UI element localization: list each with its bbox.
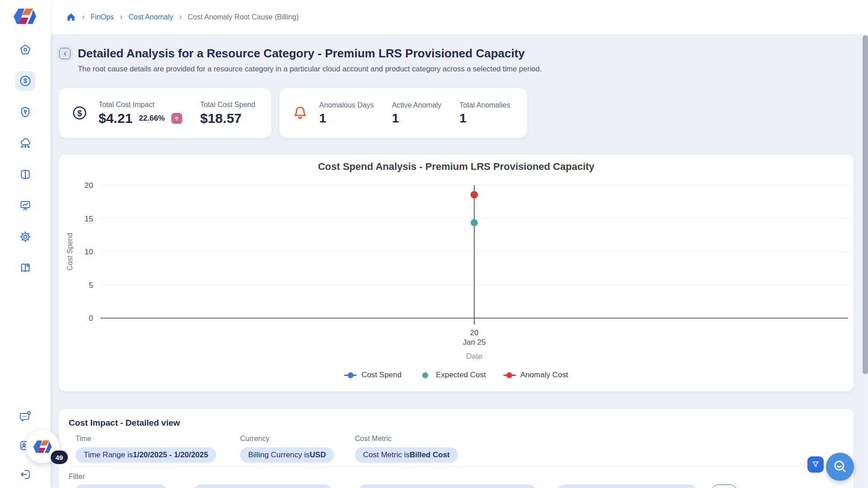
- chevron-left-icon: [59, 48, 71, 59]
- cost-metric-chip[interactable]: Cost Metric is Billed Cost: [355, 447, 458, 463]
- gear-icon: [19, 230, 32, 243]
- breadcrumb-current: Cost Anomaly Root Cause (Billing): [188, 13, 298, 21]
- svg-text:20: 20: [85, 181, 93, 190]
- legend-label: Expected Cost: [436, 371, 486, 380]
- topbar: › FinOps › Cost Anomaly › Cost Anomaly R…: [51, 0, 868, 34]
- anomaly-stat-card: Anomalous Days 1 Active Anomaly 1 Total …: [279, 88, 527, 138]
- chart-legend: Cost SpendExpected CostAnomaly Cost: [59, 371, 854, 380]
- breadcrumb-separator: ›: [120, 12, 123, 22]
- svg-text:$: $: [77, 108, 82, 118]
- app-logo-icon: [33, 439, 52, 454]
- legend-marker-icon: [419, 372, 431, 378]
- sidebar-item-security[interactable]: [15, 102, 35, 122]
- impact-value: $4.21: [99, 112, 132, 125]
- stat-label: Total Cost Impact: [99, 101, 182, 109]
- currency-chip[interactable]: Billing Currency is USD: [240, 447, 334, 463]
- legend-label: Anomaly Cost: [520, 371, 568, 380]
- svg-text:10: 10: [85, 248, 93, 256]
- legend-marker-icon: [503, 372, 516, 378]
- search-assistant-button[interactable]: [826, 453, 854, 481]
- legend-item-cost-spend[interactable]: Cost Spend: [344, 371, 401, 380]
- legend-label: Cost Spend: [361, 371, 401, 380]
- stat-label: Total Anomalies: [459, 101, 510, 109]
- svg-text:Date: Date: [466, 352, 482, 361]
- filter-chip[interactable]: [193, 484, 332, 488]
- stat-label: Anomalous Days: [319, 101, 374, 109]
- search-icon: [832, 459, 848, 474]
- sidebar-item-settings[interactable]: [15, 227, 35, 247]
- breadcrumb-separator: ›: [82, 12, 85, 22]
- back-button[interactable]: [57, 46, 73, 61]
- cost-impact-detail-card: Cost Impact - Detailed view Time Time Ra…: [59, 409, 854, 488]
- page-subtitle: The root cause details are provided for …: [78, 65, 542, 73]
- sidebar-item-home[interactable]: [15, 40, 35, 60]
- dollar-circle-icon: $: [70, 103, 90, 123]
- stat-label: Total Cost Spend: [200, 101, 255, 109]
- sidebar-item-storage[interactable]: [15, 164, 35, 184]
- filter-add-chip[interactable]: [711, 484, 737, 488]
- stat-value: 1: [392, 112, 441, 125]
- breadcrumb: › FinOps › Cost Anomaly › Cost Anomaly R…: [66, 12, 299, 22]
- filter-label: Filter: [69, 473, 85, 481]
- sidebar-item-cloud[interactable]: [15, 133, 35, 153]
- home-icon: [19, 43, 32, 56]
- stat-value: 1: [319, 112, 374, 125]
- field-label: Time: [75, 435, 216, 443]
- detail-heading: Cost Impact - Detailed view: [69, 418, 180, 428]
- divider: [69, 466, 844, 467]
- impact-change: 22.66%: [139, 114, 165, 123]
- filter-chip[interactable]: [557, 484, 696, 488]
- storage-icon: [19, 168, 32, 181]
- main-content: Detailed Analysis for a Resource Categor…: [51, 34, 862, 488]
- notification-count-badge[interactable]: 49: [51, 450, 68, 464]
- currency-field: Currency Billing Currency is USD: [240, 435, 334, 463]
- total-anomalies: Total Anomalies 1: [450, 101, 519, 125]
- home-breadcrumb-icon[interactable]: [66, 12, 76, 22]
- legend-marker-icon: [344, 372, 357, 378]
- svg-text:5: 5: [89, 281, 93, 290]
- svg-text:Jan 25: Jan 25: [462, 338, 486, 347]
- sidebar-item-chat[interactable]: [15, 407, 35, 427]
- svg-text:20: 20: [470, 328, 479, 337]
- field-label: Cost Metric: [355, 435, 458, 443]
- cost-icon: $: [19, 75, 32, 87]
- time-range-chip[interactable]: Time Range is 1/20/2025 - 1/20/2025: [75, 447, 216, 463]
- presentation-chart-icon: [19, 199, 32, 212]
- field-label: Currency: [240, 435, 334, 443]
- chat-icon: [19, 410, 32, 423]
- app-logo-icon[interactable]: [13, 7, 37, 25]
- breadcrumb-finops[interactable]: FinOps: [90, 13, 114, 21]
- stats-row: $ Total Cost Impact $4.21 22.66% Total C…: [59, 88, 527, 138]
- total-cost-spend: Total Cost Spend $18.57: [191, 101, 264, 125]
- sidebar: $: [0, 0, 51, 488]
- svg-text:Cost Spend: Cost Spend: [66, 233, 74, 271]
- breadcrumb-cost-anomaly[interactable]: Cost Anomaly: [128, 13, 173, 21]
- book-icon: [19, 262, 32, 274]
- bell-icon: [290, 103, 310, 123]
- breadcrumb-separator: ›: [179, 12, 182, 22]
- funnel-icon: [811, 460, 820, 469]
- legend-item-expected-cost[interactable]: Expected Cost: [419, 371, 486, 380]
- scrollbar-track[interactable]: [862, 34, 868, 488]
- cost-stat-card: $ Total Cost Impact $4.21 22.66% Total C…: [59, 88, 271, 138]
- logout-icon: [19, 468, 32, 481]
- active-anomaly: Active Anomaly 1: [383, 101, 450, 125]
- stat-label: Active Anomaly: [392, 101, 441, 109]
- sidebar-item-cost[interactable]: $: [15, 71, 35, 91]
- cost-spend-chart-card: Cost Spend Analysis - Premium LRS Provis…: [59, 155, 854, 391]
- shield-key-icon: [19, 106, 32, 118]
- filter-chip[interactable]: [74, 484, 167, 488]
- sidebar-item-docs[interactable]: [15, 258, 35, 278]
- filter-chip[interactable]: [358, 484, 536, 488]
- sidebar-nav: $: [0, 40, 51, 278]
- scrollbar-thumb[interactable]: [863, 35, 868, 374]
- legend-item-anomaly-cost[interactable]: Anomaly Cost: [503, 371, 568, 380]
- sidebar-item-logout[interactable]: [15, 465, 35, 484]
- svg-text:$: $: [24, 77, 27, 84]
- svg-text:0: 0: [89, 314, 93, 323]
- cost-metric-field: Cost Metric Cost Metric is Billed Cost: [355, 435, 458, 463]
- page-title: Detailed Analysis for a Resource Categor…: [78, 47, 525, 61]
- cost-spend-chart[interactable]: 2015105020Jan 25DateCost Spend: [59, 155, 854, 391]
- sidebar-item-reports[interactable]: [15, 196, 35, 216]
- filter-funnel-button[interactable]: [807, 456, 824, 473]
